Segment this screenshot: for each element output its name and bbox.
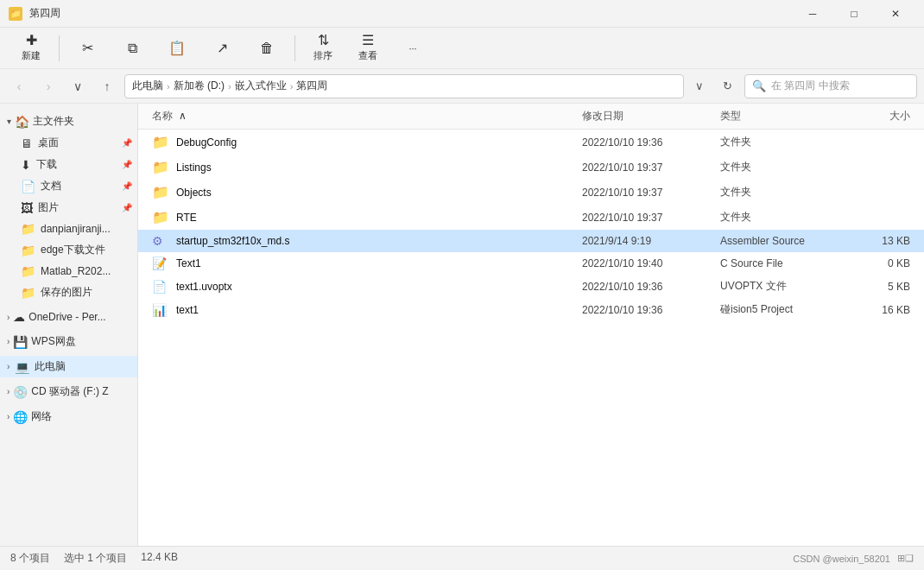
file-row-keil[interactable]: 📊 text1 2022/10/10 19:36 碰ision5 Project… [138,298,924,321]
delete-icon: 🗑 [260,41,274,55]
sort-button[interactable]: ⇅ 排序 [302,31,344,66]
sidebar-home-header[interactable]: ▾ 🏠 主文件夹 [0,111,137,132]
chevron-down-icon: ▾ [7,117,11,126]
folder-icon-4: 📁 [21,286,35,300]
file-name: Text1 [176,257,582,269]
copy-icon: ⧉ [128,41,137,55]
file-date: 2022/10/10 19:36 [582,304,720,316]
new-button[interactable]: ✚ 新建 [10,31,52,66]
sidebar-folder3-label: Matlab_R202... [41,265,111,277]
file-row-listings[interactable]: 📁 Listings 2022/10/10 19:37 文件夹 [138,155,924,180]
breadcrumb-d[interactable]: 新加卷 (D:) [174,79,225,93]
file-name: Objects [176,187,582,199]
sidebar-item-folder2[interactable]: 📁 edge下载文件 [0,239,137,261]
sidebar-network-header[interactable]: › 🌐 网络 [0,406,137,428]
header-date[interactable]: 修改日期 [582,109,720,124]
sidebar-onedrive-header[interactable]: › ☁ OneDrive - Per... [0,307,137,327]
sidebar-item-pictures[interactable]: 🖼 图片 📌 [0,197,137,218]
sidebar: ▾ 🏠 主文件夹 🖥 桌面 📌 ⬇ 下载 📌 📄 文档 📌 🖼 图 [0,104,138,546]
pin-icon: 📌 [122,138,132,148]
view-icons[interactable]: ⊞❑ [897,553,914,564]
sidebar-network-label: 网络 [31,409,52,424]
sidebar-item-folder4[interactable]: 📁 保存的图片 [0,282,137,303]
file-row-rte[interactable]: 📁 RTE 2022/10/10 19:37 文件夹 [138,205,924,230]
file-name: text1.uvoptx [176,281,582,293]
share-button[interactable]: ↗ [201,31,243,66]
item-count: 8 个项目 [10,551,50,566]
refresh-button[interactable]: ↻ [715,74,739,98]
file-name: RTE [176,212,582,224]
file-row-objects[interactable]: 📁 Objects 2022/10/10 19:37 文件夹 [138,180,924,205]
status-right: CSDN @weixin_58201 ⊞❑ [793,553,914,564]
window-icon: 📁 [9,7,22,21]
view-button[interactable]: ☰ 查看 [347,31,389,66]
paste-button[interactable]: 📋 [156,31,198,66]
sidebar-item-folder1[interactable]: 📁 danpianjiranji... [0,218,137,239]
chevron-right-icon-od: › [7,313,9,322]
minimize-button[interactable]: ─ [793,0,832,28]
file-row-uvoptx[interactable]: 📄 text1.uvoptx 2022/10/10 19:36 UVOPTX 文… [138,275,924,298]
sidebar-item-folder3[interactable]: 📁 Matlab_R202... [0,261,137,282]
back-button[interactable]: ‹ [7,74,31,98]
documents-icon: 📄 [21,180,35,193]
sidebar-wps-label: WPS网盘 [31,334,75,349]
sidebar-item-documents[interactable]: 📄 文档 📌 [0,175,137,197]
recent-button[interactable]: ∨ [66,74,90,98]
search-box[interactable]: 🔍 在 第四周 中搜索 [744,74,917,98]
sidebar-wps-header[interactable]: › 💾 WPS网盘 [0,331,137,352]
sidebar-desktop-label: 桌面 [38,136,59,150]
sidebar-section-thispc: › 💻 此电脑 [0,356,137,377]
delete-button[interactable]: 🗑 [246,31,288,66]
folder-icon-3: 📁 [21,264,35,278]
header-type[interactable]: 类型 [720,109,841,124]
sidebar-item-desktop[interactable]: 🖥 桌面 📌 [0,132,137,154]
more-button[interactable]: ··· [392,31,434,66]
up-button[interactable]: ↑ [95,74,119,98]
file-list-header: 名称 ∧ 修改日期 类型 大小 [138,104,924,130]
breadcrumb-current[interactable]: 第四周 [296,79,327,93]
title-bar: 📁 第四周 ─ □ ✕ [0,0,924,28]
file-type: 文件夹 [720,135,841,149]
address-path[interactable]: 此电脑 › 新加卷 (D:) › 嵌入式作业 › 第四周 [124,74,684,98]
sidebar-section-wps: › 💾 WPS网盘 [0,331,137,352]
forward-button[interactable]: › [36,74,60,98]
sidebar-cd-header[interactable]: › 💿 CD 驱动器 (F:) Z [0,381,137,402]
cut-button[interactable]: ✂ [66,31,108,66]
new-label: 新建 [22,49,41,62]
file-row-text1[interactable]: 📝 Text1 2022/10/10 19:40 C Source File 0… [138,252,924,275]
sidebar-thispc-label: 此电脑 [35,359,66,374]
asm-icon: ⚙ [152,234,169,248]
share-icon: ↗ [217,41,228,55]
sidebar-thispc-header[interactable]: › 💻 此电脑 [0,356,137,377]
download-icon: ⬇ [21,158,31,172]
sidebar-section-onedrive: › ☁ OneDrive - Per... [0,307,137,327]
file-row-debugconfig[interactable]: 📁 DebugConfig 2022/10/10 19:36 文件夹 [138,130,924,155]
file-type: 碰ision5 Project [720,302,841,317]
close-button[interactable]: ✕ [876,0,915,28]
copy-button[interactable]: ⧉ [111,31,153,66]
maximize-button[interactable]: □ [834,0,874,28]
header-name[interactable]: 名称 ∧ [152,109,582,124]
file-row-startup[interactable]: ⚙ startup_stm32f10x_md.s 2021/9/14 9:19 … [138,230,924,252]
breadcrumb-thispc[interactable]: 此电脑 [132,79,163,93]
brand-text: CSDN @weixin_58201 [793,554,890,564]
file-type: UVOPTX 文件 [720,279,841,294]
breadcrumb-homework[interactable]: 嵌入式作业 [235,79,287,93]
address-dropdown[interactable]: ∨ [689,74,710,98]
sidebar-section-cd: › 💿 CD 驱动器 (F:) Z [0,381,137,402]
sidebar-folder1-label: danpianjiranji... [41,223,111,235]
keil-icon: 📊 [152,303,169,317]
header-size[interactable]: 大小 [841,109,910,124]
window-title: 第四周 [29,6,793,21]
cut-icon: ✂ [82,41,93,55]
sidebar-item-downloads[interactable]: ⬇ 下载 📌 [0,154,137,175]
file-date: 2022/10/10 19:37 [582,162,720,174]
folder-icon-1: 📁 [21,222,35,236]
wps-icon: 💾 [13,335,28,349]
file-date: 2022/10/10 19:36 [582,281,720,293]
file-date: 2022/10/10 19:37 [582,187,720,199]
uvoptx-icon: 📄 [152,280,169,294]
chevron-right-icon-cd: › [7,387,9,396]
view-label: 查看 [358,49,377,62]
search-icon: 🔍 [752,79,766,92]
